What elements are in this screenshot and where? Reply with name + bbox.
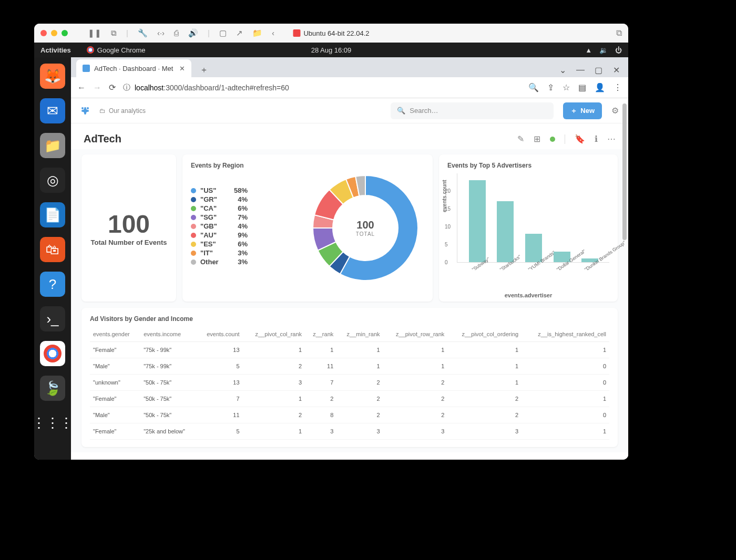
legend-item[interactable]: "GR"4% (191, 195, 248, 204)
bookmark-star-icon[interactable]: ☆ (563, 82, 570, 92)
table-row[interactable]: "Female""25k and below"5133331 (90, 423, 609, 440)
snapshot-icon[interactable]: ⧉ (111, 28, 117, 38)
scrollbar[interactable] (622, 98, 627, 460)
column-header[interactable]: z__rank (305, 327, 336, 342)
volume-icon[interactable]: 🔊 (188, 28, 198, 38)
dock-thunderbird-icon[interactable]: ✉ (40, 98, 65, 123)
table-cell: "unknown" (90, 375, 140, 391)
bar[interactable] (525, 234, 542, 262)
dock-files-icon[interactable]: 📁 (40, 133, 65, 158)
url-input[interactable]: ⓘ localhost:3000/dashboard/1-adtech#refr… (123, 83, 521, 92)
dock-chrome-icon[interactable] (40, 341, 65, 366)
legend-item[interactable]: Other3% (191, 257, 248, 266)
table-row[interactable]: "Female""75k - 99k"13111111 (90, 342, 609, 358)
clock[interactable]: 28 Aug 16:09 (311, 46, 352, 54)
edit-pencil-icon[interactable]: ✎ (517, 134, 524, 144)
system-tray[interactable]: ▲ 🔉 ⏻ (585, 46, 622, 54)
svg-point-3 (81, 110, 84, 112)
column-header[interactable]: events.count (197, 327, 243, 342)
pause-icon[interactable]: ❚❚ (88, 28, 101, 38)
column-header[interactable]: z__pivot_col_ordering (447, 327, 522, 342)
auto-refresh-indicator-icon[interactable] (550, 137, 555, 142)
sidepanel-icon[interactable]: ▤ (578, 82, 586, 92)
breadcrumb[interactable]: 🗀 Our analytics (99, 107, 146, 115)
legend-item[interactable]: "CA"6% (191, 204, 248, 213)
scrollbar-thumb[interactable] (622, 103, 627, 240)
column-header[interactable]: z__pivot_row_rank (383, 327, 448, 342)
browser-maximize-icon[interactable]: ▢ (590, 63, 606, 77)
column-header[interactable]: z__pivot_col_rank (243, 327, 305, 342)
info-icon[interactable]: ℹ (595, 134, 598, 144)
back-icon[interactable]: ‹ (272, 28, 274, 38)
dock-writer-icon[interactable]: 📄 (40, 202, 65, 227)
traffic-lights[interactable] (40, 30, 68, 36)
table-row[interactable]: "Female""50k - 75k"7122221 (90, 391, 609, 407)
column-header[interactable]: events.income (140, 327, 197, 342)
table-row[interactable]: "Male""50k - 75k"11282220 (90, 407, 609, 423)
table-cell: 11 (197, 407, 243, 423)
legend-item[interactable]: "US"58% (191, 186, 248, 195)
tab-dropdown-icon[interactable]: ⌄ (555, 63, 570, 77)
events-by-region-card[interactable]: Events by Region "US"58%"GR"4%"CA"6%"SG"… (182, 154, 433, 302)
site-info-icon[interactable]: ⓘ (123, 83, 130, 92)
settings-gear-icon[interactable]: ⚙ (611, 106, 619, 116)
legend-item[interactable]: "SG"7% (191, 213, 248, 222)
network-icon[interactable]: ▲ (585, 46, 592, 54)
legend-item[interactable]: "GB"4% (191, 222, 248, 231)
browser-tab[interactable]: AdTech · Dashboard · Met ✕ (76, 59, 191, 77)
dock-help-icon[interactable]: ? (40, 272, 65, 297)
column-header[interactable]: z__min_rank (336, 327, 383, 342)
more-menu-icon[interactable]: ⋯ (607, 134, 616, 144)
dashboard-title: AdTech (84, 133, 121, 145)
search-input[interactable]: 🔍 Search… (391, 102, 554, 119)
new-button[interactable]: ＋ New (563, 102, 602, 119)
dock-software-icon[interactable]: 🛍 (40, 237, 65, 262)
power-icon[interactable]: ⏻ (615, 46, 622, 54)
dock-mongodb-icon[interactable]: 🍃 (40, 376, 65, 401)
send-icon[interactable]: ↗ (236, 28, 243, 38)
code-icon[interactable]: ‹·› (157, 28, 165, 38)
bar[interactable] (497, 201, 514, 262)
new-tab-button[interactable]: ＋ (197, 63, 211, 77)
volume-tray-icon[interactable]: 🔉 (599, 46, 608, 54)
wrench-icon[interactable]: 🔧 (138, 28, 148, 38)
nav-back-icon[interactable]: ← (77, 83, 86, 92)
zoom-window-icon[interactable] (62, 30, 68, 36)
kebab-menu-icon[interactable]: ⋮ (614, 82, 622, 92)
dock-terminal-icon[interactable]: ›_ (40, 306, 65, 331)
legend-item[interactable]: "AU"9% (191, 231, 248, 240)
metabase-logo-icon[interactable] (80, 106, 90, 116)
visitors-table-card[interactable]: Ad Visitors by Gender and Income events.… (81, 308, 618, 447)
nav-reload-icon[interactable]: ⟳ (109, 82, 116, 92)
profile-icon[interactable]: 👤 (595, 82, 605, 92)
activities-button[interactable]: Activities (40, 46, 71, 54)
active-app-indicator[interactable]: Google Chrome (87, 46, 146, 54)
kpi-card[interactable]: 100 Total Number of Events (81, 154, 176, 302)
top-advertisers-card[interactable]: Events by Top 5 Advertisers events.count… (439, 154, 618, 302)
nav-forward-icon[interactable]: → (93, 83, 101, 92)
bookmark-icon[interactable]: 🔖 (575, 134, 585, 144)
table-cell: 2 (336, 375, 383, 391)
dock-firefox-icon[interactable]: 🦊 (40, 64, 65, 89)
legend-item[interactable]: "IT"3% (191, 248, 248, 257)
bar[interactable] (469, 180, 486, 262)
folder-icon[interactable]: 📁 (252, 28, 262, 38)
browser-minimize-icon[interactable]: — (573, 63, 588, 77)
close-window-icon[interactable] (40, 30, 47, 36)
dock-apps-icon[interactable]: ⋮⋮⋮ (40, 410, 65, 435)
share-icon[interactable]: ⇪ (547, 82, 554, 92)
tab-close-icon[interactable]: ✕ (179, 65, 185, 72)
dock-rhythmbox-icon[interactable]: ◎ (40, 168, 65, 193)
legend-item[interactable]: "ES"6% (191, 240, 248, 248)
print-icon[interactable]: ⎙ (174, 28, 179, 38)
zoom-icon[interactable]: 🔍 (528, 82, 539, 92)
add-card-icon[interactable]: ⊞ (534, 134, 540, 144)
window-mode-icon[interactable]: ⧉ (616, 28, 622, 38)
camera-icon[interactable]: ▢ (219, 28, 227, 38)
column-header[interactable]: events.gender (90, 327, 140, 342)
table-row[interactable]: "Male""75k - 99k"52111110 (90, 358, 609, 375)
minimize-window-icon[interactable] (51, 30, 57, 36)
column-header[interactable]: z__is_highest_ranked_cell (522, 327, 609, 342)
table-row[interactable]: "unknown""50k - 75k"13372210 (90, 375, 609, 391)
browser-close-icon[interactable]: ✕ (608, 63, 624, 77)
